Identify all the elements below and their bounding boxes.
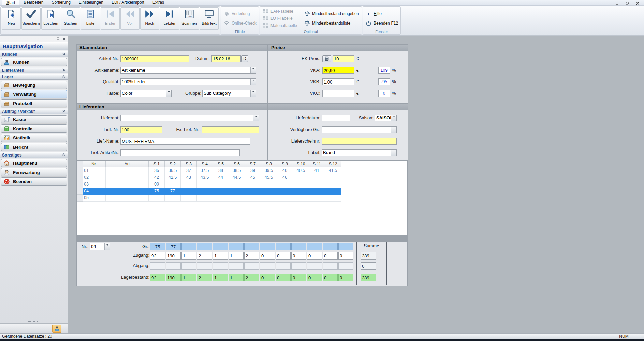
dropdown-arrow-icon[interactable] [250, 79, 256, 85]
ribbon-button-mindestbestand-eingeben[interactable]: Mindestbestand eingeben [302, 10, 361, 17]
minimize-icon[interactable] [613, 1, 621, 5]
farbe-combo[interactable]: Color [120, 90, 172, 97]
datum-calendar-button[interactable]: D [241, 55, 248, 62]
verfuegbare-gr-combo[interactable] [322, 126, 397, 133]
ribbon-button-beenden-f12[interactable]: Beenden F12 [364, 20, 400, 26]
ek-preis-field[interactable] [333, 55, 354, 62]
vkb-field[interactable] [322, 78, 354, 85]
lief-name-field[interactable] [120, 138, 250, 145]
restore-icon[interactable] [623, 1, 632, 5]
dropdown-arrow-icon[interactable] [391, 127, 396, 133]
grid-row-indicator[interactable] [77, 195, 83, 202]
menu-tab-sortierung[interactable]: Sortierung [47, 0, 74, 5]
sidebar-item-kasse[interactable]: Kasse [1, 115, 67, 123]
grid-row-indicator[interactable] [77, 188, 83, 195]
label-combo[interactable]: Brand [322, 149, 397, 156]
zugang-cell[interactable]: 1 [213, 252, 228, 260]
ribbon-button-bild-text[interactable]: Bild/Text [200, 7, 219, 30]
abgang-cell[interactable] [244, 262, 259, 270]
lief-nr-field[interactable] [120, 126, 162, 133]
qualitaet-combo[interactable]: 100% Leder [120, 78, 256, 85]
grid-row[interactable]: 047577 [77, 188, 407, 195]
ribbon-button-scannen[interactable]: 2390Scannen [180, 7, 199, 30]
sidebar-section-auftrag-verkauf[interactable]: Auftrag / Verkauf [0, 108, 68, 114]
abgang-cell[interactable] [338, 262, 353, 270]
zugang-cell[interactable]: 0 [338, 252, 353, 260]
dropdown-arrow-icon[interactable] [166, 90, 171, 97]
dropdown-arrow-icon[interactable] [250, 67, 256, 73]
menu-tab-bearbeiten[interactable]: Bearbeiten [19, 0, 47, 5]
menu-tab-einstellungen[interactable]: Einstellungen [75, 0, 107, 5]
ribbon-button-speichern[interactable]: Speichern [21, 7, 41, 30]
sidebar-section-kunden[interactable]: Kunden [0, 51, 68, 57]
grid-row[interactable]: 013636.53737.53838.53939.54040.54141.5 [77, 167, 407, 174]
abgang-cell[interactable] [150, 262, 165, 270]
ribbon-button-liste[interactable]: Liste [81, 7, 100, 30]
abgang-cell[interactable] [291, 262, 306, 270]
saison-combo[interactable]: SAISON [375, 115, 397, 121]
menu-tab-edi-artikelimport[interactable]: EDI / Artikelimport [107, 0, 148, 5]
sidebar-item-kontrolle[interactable]: Kontrolle [1, 124, 67, 133]
zugang-cell[interactable]: 1 [181, 252, 196, 260]
sidebar-item-kunden[interactable]: Kunden [1, 58, 67, 66]
dropdown-arrow-icon[interactable] [250, 90, 256, 97]
sidebar-section-lager[interactable]: Lager [0, 74, 68, 80]
zugang-cell[interactable]: 0 [307, 252, 322, 260]
sidebar-resize-handle[interactable] [0, 320, 68, 323]
abgang-cell[interactable] [197, 262, 212, 270]
sidebar-section-lieferanten[interactable]: Lieferanten [0, 67, 68, 73]
zugang-cell[interactable]: 92 [150, 252, 165, 260]
sidebar-item-bewegung[interactable]: Bewegung [1, 81, 67, 89]
gruppe-combo[interactable]: Sub Category [202, 90, 256, 97]
ribbon-button-letzter[interactable]: Letzter [160, 7, 179, 30]
artikelname-combo[interactable]: Artikelname [120, 67, 256, 74]
sidebar-item-protokoll[interactable]: Protokoll [1, 99, 67, 107]
abgang-cell[interactable] [229, 262, 244, 270]
abgang-cell[interactable] [276, 262, 291, 270]
close-icon[interactable] [633, 1, 642, 5]
abgang-cell[interactable] [323, 262, 338, 270]
grid-row[interactable]: 0300 [77, 181, 407, 188]
abgang-cell[interactable] [166, 262, 181, 270]
sidebar-item-beenden[interactable]: Beenden [1, 177, 67, 186]
zugang-cell[interactable]: 2 [244, 252, 259, 260]
grid-row[interactable]: 05 [77, 195, 407, 202]
sidebar-section-sonstiges[interactable]: Sonstiges [0, 152, 68, 158]
zugang-cell[interactable]: 0 [291, 252, 306, 260]
sidebar-item-bericht[interactable]: Bericht [1, 143, 67, 151]
ribbon-button-mindestbestandsliste[interactable]: Mindestbestandsliste [302, 20, 361, 26]
pin-icon[interactable] [56, 36, 60, 42]
dropdown-arrow-icon[interactable] [391, 115, 396, 121]
sidebar-item-statistik[interactable]: Statistik [1, 134, 67, 142]
menu-tab-start[interactable]: Start [2, 0, 19, 5]
abgang-cell[interactable] [260, 262, 275, 270]
grid-row-indicator[interactable] [77, 167, 83, 174]
zugang-cell[interactable]: 0 [276, 252, 291, 260]
vkc-field[interactable] [322, 90, 354, 97]
dropdown-arrow-icon[interactable] [391, 150, 396, 156]
ribbon-button-suchen[interactable]: Suchen [61, 7, 80, 30]
zugang-cell[interactable]: 190 [166, 252, 181, 260]
zugang-cell[interactable]: 1 [229, 252, 244, 260]
lieferdatum-field[interactable] [322, 115, 350, 121]
zugang-cell[interactable]: 0 [260, 252, 275, 260]
chevron-down-icon[interactable] [63, 326, 65, 332]
grid-row-indicator[interactable] [77, 174, 83, 181]
zugang-cell[interactable]: 0 [323, 252, 338, 260]
dropdown-arrow-icon[interactable] [253, 115, 259, 121]
vka-field[interactable] [322, 67, 354, 74]
sidebar-item-verwaltung[interactable]: Verwaltung [1, 90, 67, 98]
ribbon-button-hilfe[interactable]: iHilfe [364, 10, 400, 17]
ribbon-button-löschen[interactable]: Löschen [41, 7, 60, 30]
abgang-cell[interactable] [181, 262, 196, 270]
grid-row[interactable]: 024242.54343.54444.54545.546 [77, 174, 407, 181]
grid-row-indicator[interactable] [77, 181, 83, 188]
menu-tab-extras[interactable]: Extras [148, 0, 168, 5]
ribbon-button-neu[interactable]: Neu [2, 7, 21, 30]
sidebar-item-fernwartung[interactable]: Fernwartung [1, 168, 67, 176]
abgang-cell[interactable] [213, 262, 228, 270]
ex-lief-nr-field[interactable] [202, 126, 259, 133]
calculator-button[interactable] [322, 55, 331, 62]
lieferscheinnr-field[interactable] [322, 138, 397, 145]
kunden-shortcut-button[interactable] [52, 325, 61, 333]
